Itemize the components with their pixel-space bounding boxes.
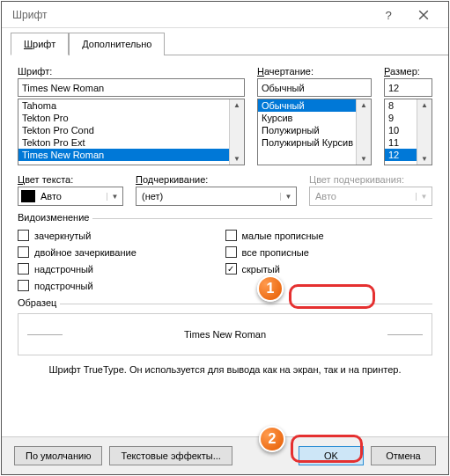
font-label: Шрифт: xyxy=(18,66,245,77)
close-button[interactable] xyxy=(406,3,441,27)
effects-title: Видоизменение xyxy=(18,212,92,223)
checkbox-superscript[interactable]: надстрочный xyxy=(18,263,225,275)
size-input[interactable] xyxy=(384,78,432,97)
style-listbox[interactable]: Обычный Курсив Полужирный Полужирный Кур… xyxy=(257,99,372,165)
checkbox-smallcaps[interactable]: малые прописные xyxy=(225,230,433,241)
underline-color-label: Цвет подчеркивания: xyxy=(309,174,432,185)
sample-title: Образец xyxy=(18,297,60,308)
scrollbar[interactable]: ▲▼ xyxy=(356,99,371,165)
list-item[interactable]: 10 xyxy=(385,124,417,136)
size-label: Размер: xyxy=(384,66,432,77)
checkbox-hidden[interactable]: ✓скрытый xyxy=(225,263,433,275)
list-item[interactable]: Tahoma xyxy=(18,99,229,112)
tab-advanced[interactable]: Дополнительно xyxy=(69,33,165,55)
style-label: Начертание: xyxy=(257,66,372,77)
list-item[interactable]: Обычный xyxy=(258,99,356,112)
list-item[interactable]: Полужирный Курсив xyxy=(258,136,356,149)
list-item[interactable]: Tekton Pro xyxy=(18,112,229,124)
scrollbar[interactable]: ▲▼ xyxy=(417,99,432,165)
help-button[interactable]: ? xyxy=(371,3,406,27)
checkbox-subscript[interactable]: подстрочный xyxy=(18,280,225,291)
underline-color-combo: Авто▼ xyxy=(309,187,432,206)
color-combo[interactable]: Авто▼ xyxy=(18,187,123,206)
font-description: Шрифт TrueType. Он используется для выво… xyxy=(18,364,432,375)
scrollbar[interactable]: ▲▼ xyxy=(229,99,244,165)
checkbox-strikethrough[interactable]: зачеркнутый xyxy=(18,230,225,241)
tab-font[interactable]: Шрифт xyxy=(11,33,69,55)
cancel-button[interactable]: Отмена xyxy=(371,446,436,465)
list-item[interactable]: 11 xyxy=(385,136,417,149)
footer: По умолчанию Текстовые эффекты... OK Отм… xyxy=(2,436,448,474)
color-label: Цвет текста: xyxy=(18,174,123,185)
list-item[interactable]: Курсив xyxy=(258,112,356,124)
tab-bar: Шрифт Дополнительно xyxy=(11,32,448,55)
window-title: Шрифт xyxy=(12,9,371,21)
list-item[interactable]: Tekton Pro Ext xyxy=(18,136,229,149)
list-item[interactable]: 12 xyxy=(385,149,417,161)
checkbox-allcaps[interactable]: все прописные xyxy=(225,246,433,258)
text-effects-button[interactable]: Текстовые эффекты... xyxy=(109,446,232,465)
list-item[interactable]: Tekton Pro Cond xyxy=(18,124,229,136)
svg-text:?: ? xyxy=(385,10,391,20)
titlebar: Шрифт ? xyxy=(2,2,448,28)
sample-preview: Times New Roman xyxy=(18,313,432,355)
ok-button[interactable]: OK xyxy=(299,446,364,465)
font-input[interactable] xyxy=(18,78,245,97)
default-button[interactable]: По умолчанию xyxy=(14,446,102,465)
style-input[interactable] xyxy=(257,78,372,97)
list-item[interactable]: Полужирный xyxy=(258,124,356,136)
underline-label: Подчеркивание: xyxy=(136,174,297,185)
list-item[interactable]: Times New Roman xyxy=(18,149,229,161)
font-listbox[interactable]: Tahoma Tekton Pro Tekton Pro Cond Tekton… xyxy=(18,99,245,165)
color-swatch xyxy=(21,190,35,202)
list-item[interactable]: 8 xyxy=(385,99,417,112)
size-listbox[interactable]: 8 9 10 11 12 ▲▼ xyxy=(384,99,432,165)
checkbox-double-strikethrough[interactable]: двойное зачеркивание xyxy=(18,246,225,258)
underline-combo[interactable]: (нет)▼ xyxy=(136,187,297,206)
list-item[interactable]: 9 xyxy=(385,112,417,124)
